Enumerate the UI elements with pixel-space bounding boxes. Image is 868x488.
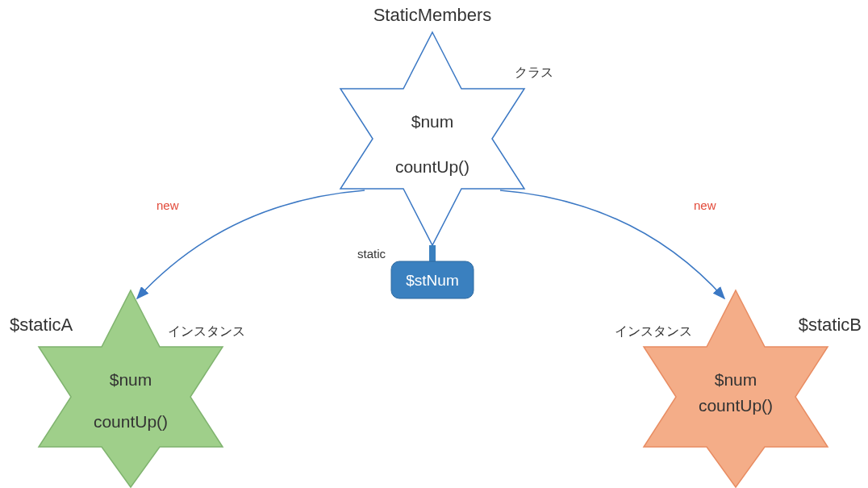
svg-marker-1: [340, 32, 524, 245]
instance-right-property: $num: [715, 370, 757, 389]
instance-left-method: countUp(): [94, 412, 168, 431]
arrow-right-label: new: [694, 198, 716, 212]
class-label: クラス: [515, 65, 553, 79]
instance-right-name: $staticB: [799, 315, 862, 335]
class-method: countUp(): [395, 157, 469, 176]
instance-left-property: $num: [110, 370, 152, 389]
class-star: [340, 32, 524, 245]
arrow-right: [500, 190, 724, 298]
instance-left-label: インスタンス: [168, 324, 245, 338]
instance-right-label: インスタンス: [615, 324, 692, 338]
static-label: static: [357, 247, 386, 261]
instance-left-name: $staticA: [10, 315, 73, 335]
class-title: StaticMembers: [373, 5, 492, 25]
arrow-left-label: new: [156, 198, 179, 212]
instance-right-method: countUp(): [699, 396, 773, 415]
static-value: $stNum: [406, 272, 458, 289]
class-property: $num: [411, 112, 454, 131]
diagram-canvas: StaticMembers クラス $num countUp() static …: [0, 0, 868, 488]
